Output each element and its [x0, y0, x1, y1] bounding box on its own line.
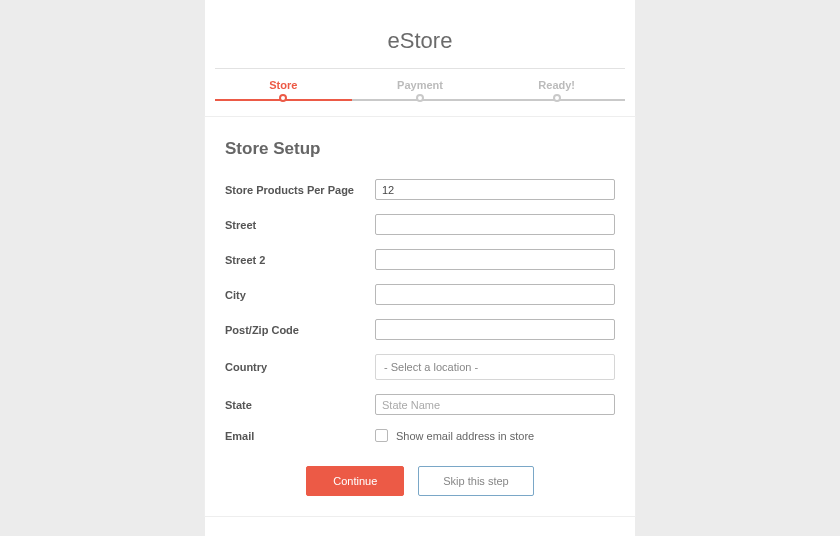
step-dot-icon [279, 94, 287, 102]
header: eStore [205, 0, 635, 68]
step-dot-icon [416, 94, 424, 102]
label-email: Email [225, 430, 375, 442]
continue-button[interactable]: Continue [306, 466, 404, 496]
divider [215, 68, 625, 69]
label-street: Street [225, 219, 375, 231]
city-input[interactable] [375, 284, 615, 305]
label-state: State [225, 399, 375, 411]
setup-card: Store Setup Store Products Per Page Stre… [205, 117, 635, 516]
label-country: Country [225, 361, 375, 373]
step-payment[interactable]: Payment [352, 79, 489, 101]
card-title: Store Setup [225, 139, 615, 159]
row-state: State [225, 394, 615, 415]
row-country: Country - Select a location - [225, 354, 615, 380]
show-email-checkbox[interactable] [375, 429, 388, 442]
row-products-per-page: Store Products Per Page [225, 179, 615, 200]
country-placeholder: - Select a location - [384, 361, 478, 373]
state-input[interactable] [375, 394, 615, 415]
actions: Continue Skip this step [225, 466, 615, 496]
skip-button[interactable]: Skip this step [418, 466, 533, 496]
app-title: eStore [205, 28, 635, 54]
label-products-per-page: Store Products Per Page [225, 184, 375, 196]
label-postcode: Post/Zip Code [225, 324, 375, 336]
step-ready[interactable]: Ready! [488, 79, 625, 101]
street2-input[interactable] [375, 249, 615, 270]
postcode-input[interactable] [375, 319, 615, 340]
products-per-page-input[interactable] [375, 179, 615, 200]
step-store[interactable]: Store [215, 79, 352, 101]
row-street2: Street 2 [225, 249, 615, 270]
step-indicator: Store Payment Ready! [215, 79, 625, 101]
row-street: Street [225, 214, 615, 235]
step-dot-icon [553, 94, 561, 102]
row-city: City [225, 284, 615, 305]
show-email-label: Show email address in store [396, 430, 534, 442]
label-street2: Street 2 [225, 254, 375, 266]
row-email: Email Show email address in store [225, 429, 615, 442]
row-postcode: Post/Zip Code [225, 319, 615, 340]
wizard-container: eStore Store Payment Ready! Store Setup … [205, 0, 635, 536]
label-city: City [225, 289, 375, 301]
country-select[interactable]: - Select a location - [375, 354, 615, 380]
street-input[interactable] [375, 214, 615, 235]
